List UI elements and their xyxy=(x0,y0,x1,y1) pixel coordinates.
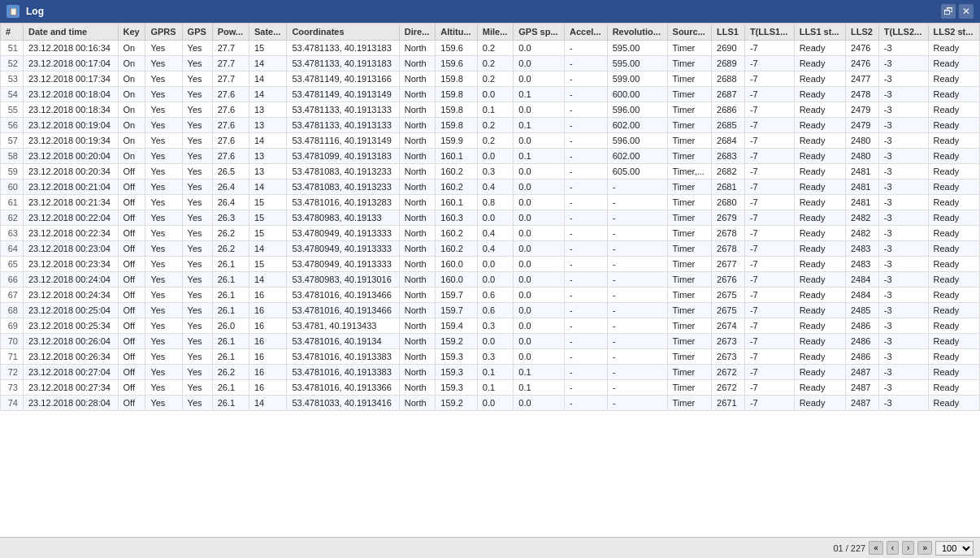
column-header-key[interactable]: Key xyxy=(118,24,145,41)
column-header-num[interactable]: # xyxy=(1,24,24,41)
cell-lls2: 2482 xyxy=(845,226,878,241)
cell-sate: 16 xyxy=(249,380,287,396)
column-header-power[interactable]: Pow... xyxy=(212,24,249,41)
table-row[interactable]: 6423.12.2018 00:23:04OffYesYes26.21453.4… xyxy=(1,241,980,257)
column-header-datetime[interactable]: Date and time xyxy=(24,24,119,41)
table-row[interactable]: 6123.12.2018 00:21:34OffYesYes26.41553.4… xyxy=(1,195,980,210)
cell-num: 55 xyxy=(1,102,24,118)
cell-tlls2: -3 xyxy=(878,396,928,411)
table-row[interactable]: 5923.12.2018 00:20:34OffYesYes26.51353.4… xyxy=(1,164,980,180)
column-header-tlls2[interactable]: T(LLS2... xyxy=(878,24,928,41)
cell-lls1: 2671 xyxy=(712,396,745,411)
cell-coords: 53.4781016, 40.19134 xyxy=(287,334,399,349)
cell-gprs: Yes xyxy=(145,241,182,257)
cell-tlls1: -7 xyxy=(744,288,794,303)
column-header-dir[interactable]: Dire... xyxy=(399,24,436,41)
table-row[interactable]: 5623.12.2018 00:19:04OnYesYes27.61353.47… xyxy=(1,118,980,133)
cell-datetime: 23.12.2018 00:21:34 xyxy=(24,195,119,210)
cell-num: 53 xyxy=(1,71,24,87)
table-row[interactable]: 5423.12.2018 00:18:04OnYesYes27.61453.47… xyxy=(1,87,980,102)
table-row[interactable]: 6323.12.2018 00:22:34OffYesYes26.21553.4… xyxy=(1,226,980,241)
table-row[interactable]: 5823.12.2018 00:20:04OnYesYes27.61353.47… xyxy=(1,149,980,164)
table-row[interactable]: 6723.12.2018 00:24:34OffYesYes26.11653.4… xyxy=(1,288,980,303)
table-row[interactable]: 7223.12.2018 00:27:04OffYesYes26.21653.4… xyxy=(1,365,980,380)
cell-lls2st: Ready xyxy=(928,149,979,164)
cell-key: On xyxy=(118,133,145,149)
column-header-gps_sp[interactable]: GPS sp... xyxy=(514,24,565,41)
cell-sate: 14 xyxy=(249,272,287,288)
next-page-button[interactable]: › xyxy=(902,541,914,555)
cell-alt: 159.6 xyxy=(436,56,477,71)
table-row[interactable]: 5723.12.2018 00:19:34OnYesYes27.61453.47… xyxy=(1,133,980,149)
column-header-gprs[interactable]: GPRS xyxy=(145,24,182,41)
cell-gprs: Yes xyxy=(145,164,182,180)
cell-alt: 159.8 xyxy=(436,102,477,118)
cell-alt: 159.3 xyxy=(436,380,477,396)
column-header-accel[interactable]: Accel... xyxy=(564,24,607,41)
table-container[interactable]: #Date and timeKeyGPRSGPSPow...Sate...Coo… xyxy=(0,23,980,537)
cell-dir: North xyxy=(399,71,436,87)
table-row[interactable]: 6923.12.2018 00:25:34OffYesYes26.01653.4… xyxy=(1,318,980,334)
column-header-alt[interactable]: Altitu... xyxy=(436,24,477,41)
table-row[interactable]: 6623.12.2018 00:24:04OffYesYes26.11453.4… xyxy=(1,272,980,288)
cell-lls2st: Ready xyxy=(928,349,979,365)
cell-mile: 0.2 xyxy=(477,133,514,149)
table-row[interactable]: 7423.12.2018 00:28:04OffYesYes26.11453.4… xyxy=(1,396,980,411)
cell-datetime: 23.12.2018 00:23:04 xyxy=(24,241,119,257)
cell-coords: 53.4781, 40.1913433 xyxy=(287,318,399,334)
cell-tlls1: -7 xyxy=(744,349,794,365)
table-row[interactable]: 5223.12.2018 00:17:04OnYesYes27.71453.47… xyxy=(1,56,980,71)
cell-lls1: 2682 xyxy=(712,164,745,180)
column-header-tlls1[interactable]: T(LLS1... xyxy=(744,24,794,41)
column-header-lls1st[interactable]: LLS1 st... xyxy=(794,24,845,41)
table-row[interactable]: 7023.12.2018 00:26:04OffYesYes26.11653.4… xyxy=(1,334,980,349)
cell-source: Timer xyxy=(667,87,712,102)
page-size-select[interactable]: 100 50 200 xyxy=(935,541,973,556)
table-row[interactable]: 5523.12.2018 00:18:34OnYesYes27.61353.47… xyxy=(1,102,980,118)
column-header-gps[interactable]: GPS xyxy=(182,24,212,41)
cell-lls1: 2675 xyxy=(712,288,745,303)
cell-key: On xyxy=(118,71,145,87)
first-page-button[interactable]: « xyxy=(869,541,883,555)
column-header-mile[interactable]: Mile... xyxy=(477,24,514,41)
cell-datetime: 23.12.2018 00:26:04 xyxy=(24,334,119,349)
table-row[interactable]: 7323.12.2018 00:27:34OffYesYes26.11653.4… xyxy=(1,380,980,396)
column-header-lls2st[interactable]: LLS2 st... xyxy=(928,24,979,41)
cell-lls1st: Ready xyxy=(794,303,845,318)
table-row[interactable]: 6523.12.2018 00:23:34OffYesYes26.11553.4… xyxy=(1,257,980,272)
cell-tlls1: -7 xyxy=(744,396,794,411)
cell-source: Timer xyxy=(667,41,712,56)
cell-source: Timer xyxy=(667,210,712,226)
table-row[interactable]: 7123.12.2018 00:26:34OffYesYes26.11653.4… xyxy=(1,349,980,365)
cell-key: On xyxy=(118,118,145,133)
cell-coords: 53.4781016, 40.1913366 xyxy=(287,380,399,396)
column-header-sate[interactable]: Sate... xyxy=(249,24,287,41)
column-header-lls1[interactable]: LLS1 xyxy=(712,24,745,41)
cell-sate: 14 xyxy=(249,180,287,195)
table-row[interactable]: 6823.12.2018 00:25:04OffYesYes26.11653.4… xyxy=(1,303,980,318)
last-page-button[interactable]: » xyxy=(917,541,932,555)
table-row[interactable]: 5123.12.2018 00:16:34OnYesYes27.71553.47… xyxy=(1,41,980,56)
column-header-revol[interactable]: Revolutio... xyxy=(607,24,667,41)
column-header-lls2[interactable]: LLS2 xyxy=(845,24,878,41)
cell-key: On xyxy=(118,102,145,118)
cell-num: 62 xyxy=(1,210,24,226)
cell-tlls2: -3 xyxy=(878,303,928,318)
table-row[interactable]: 6023.12.2018 00:21:04OffYesYes26.41453.4… xyxy=(1,180,980,195)
table-row[interactable]: 5323.12.2018 00:17:34OnYesYes27.71453.47… xyxy=(1,71,980,87)
cell-tlls1: -7 xyxy=(744,318,794,334)
cell-gps_sp: 0.0 xyxy=(514,241,565,257)
minimize-button[interactable]: 🗗 xyxy=(941,4,956,19)
cell-lls2: 2480 xyxy=(845,133,878,149)
cell-lls1st: Ready xyxy=(794,257,845,272)
cell-accel: - xyxy=(564,164,607,180)
cell-source: Timer xyxy=(667,318,712,334)
cell-power: 27.7 xyxy=(212,41,249,56)
table-row[interactable]: 6223.12.2018 00:22:04OffYesYes26.31553.4… xyxy=(1,210,980,226)
prev-page-button[interactable]: ‹ xyxy=(887,541,899,555)
cell-dir: North xyxy=(399,303,436,318)
column-header-coords[interactable]: Coordinates xyxy=(287,24,399,41)
column-header-source[interactable]: Sourc... xyxy=(667,24,712,41)
close-button[interactable]: ✕ xyxy=(959,4,973,19)
cell-mile: 0.0 xyxy=(477,210,514,226)
